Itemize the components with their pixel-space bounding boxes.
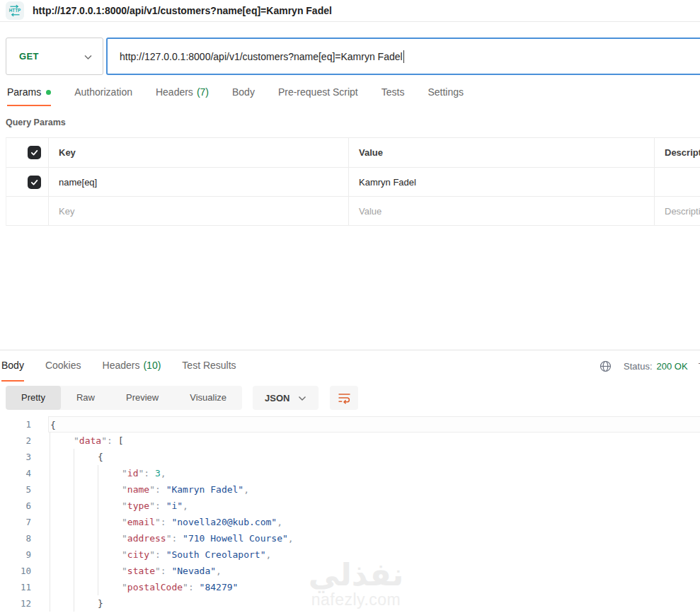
param-checkbox-cell	[6, 197, 49, 225]
indent-guide	[50, 530, 50, 546]
param-checkbox-cell	[6, 168, 49, 196]
tab-label: Headers	[103, 360, 140, 371]
tab-label: Body	[232, 86, 255, 98]
param-key-input[interactable]: Key	[49, 197, 349, 225]
tab-headers[interactable]: Headers(7)	[156, 86, 209, 106]
response-tab-headers[interactable]: Headers(10)	[103, 350, 161, 382]
param-description-cell[interactable]	[655, 168, 700, 196]
code-text: "address": "710 Howell Course",	[48, 530, 294, 546]
line-number: 7	[0, 514, 31, 530]
line-number: 9	[0, 546, 31, 563]
tab-label: Params	[7, 86, 41, 98]
response-tab-test-results[interactable]: Test Results	[182, 350, 236, 382]
indent-guide	[50, 579, 50, 595]
response-tabs: BodyCookiesHeaders(10)Test Results	[1, 350, 236, 382]
response-tab-cookies[interactable]: Cookies	[45, 350, 81, 382]
view-mode-preview[interactable]: Preview	[110, 386, 174, 410]
tab-label: Body	[1, 360, 24, 371]
indent-guide	[98, 481, 98, 498]
tab-label: Authorization	[74, 86, 132, 98]
response-tab-body[interactable]: Body	[1, 350, 24, 382]
code-line-content: "data": [	[48, 432, 700, 449]
indent-guide	[50, 481, 50, 498]
line-number: 5	[0, 481, 31, 498]
indent-guide	[74, 530, 74, 546]
text-cursor	[403, 50, 404, 63]
indent-guide	[74, 579, 74, 595]
view-mode-switch: PrettyRawPreviewVisualize	[6, 386, 242, 410]
globe-icon	[599, 360, 612, 372]
line-number: 1	[0, 416, 31, 432]
params-header-checkbox-cell	[6, 138, 49, 167]
param-value-input[interactable]: Value	[349, 197, 655, 225]
tab-tests[interactable]: Tests	[381, 86, 405, 106]
code-line: 2"data": [	[0, 432, 700, 449]
indent-guide	[50, 449, 50, 465]
code-line: 12}	[0, 595, 700, 612]
line-number: 6	[0, 498, 31, 514]
view-mode-pretty[interactable]: Pretty	[6, 386, 61, 410]
format-label: JSON	[265, 393, 289, 403]
tab-count-badge: (10)	[143, 360, 161, 371]
code-line-content: "address": "710 Howell Course",	[48, 530, 700, 546]
tab-label: Tests	[381, 86, 405, 98]
indent-guide	[98, 465, 98, 481]
tab-params[interactable]: Params	[7, 86, 51, 106]
format-dropdown[interactable]: JSON	[253, 386, 319, 410]
param-description-input[interactable]: Description	[655, 197, 700, 225]
indent-guide	[50, 546, 50, 563]
line-number: 8	[0, 530, 31, 546]
code-line-content: {	[48, 416, 700, 432]
indent-guide	[50, 432, 50, 449]
tab-label: Pre-request Script	[278, 86, 358, 98]
indent-guide	[74, 563, 74, 579]
method-label: GET	[19, 51, 39, 62]
param-value-cell[interactable]: Kamryn Fadel	[349, 168, 655, 196]
code-line-content: }	[48, 595, 700, 612]
line-number: 4	[0, 465, 31, 481]
wrap-lines-button[interactable]	[330, 386, 358, 410]
tab-body[interactable]: Body	[232, 86, 255, 106]
unsaved-params-dot	[46, 90, 51, 95]
request-url-row: GET http://127.0.0.1:8000/api/v1/custome…	[6, 38, 700, 75]
view-mode-visualize[interactable]: Visualize	[174, 386, 242, 410]
response-header: BodyCookiesHeaders(10)Test Results Statu…	[0, 350, 700, 382]
param-key-cell[interactable]: name[eq]	[49, 168, 349, 196]
tab-authorization[interactable]: Authorization	[74, 86, 132, 106]
query-params-table: KeyValueDescriptionname[eq]Kamryn FadelK…	[6, 137, 700, 226]
indent-guide	[74, 449, 74, 465]
code-line: 6"type": "i",	[0, 498, 700, 514]
param-checkbox[interactable]	[28, 146, 41, 159]
code-line: 5"name": "Kamryn Fadel",	[0, 481, 700, 498]
request-tab-title[interactable]: http://127.0.0.1:8000/api/v1/customers?n…	[33, 5, 332, 16]
tab-label: Settings	[428, 86, 464, 98]
indent-guide	[74, 465, 74, 481]
code-line-content: {	[48, 449, 700, 465]
method-dropdown[interactable]: GET	[6, 38, 103, 75]
code-line-content: "postalCode": "84279"	[48, 579, 700, 595]
indent-guide	[74, 498, 74, 514]
indent-guide	[98, 579, 98, 595]
indent-guide	[50, 563, 50, 579]
status-label: Status:	[624, 361, 652, 372]
params-header-row: KeyValueDescription	[6, 138, 700, 168]
view-mode-raw[interactable]: Raw	[61, 386, 110, 410]
indent-guide	[50, 498, 50, 514]
indent-guide	[74, 481, 74, 498]
url-text: http://127.0.0.1:8000/api/v1/customers?n…	[120, 51, 403, 62]
line-number: 12	[0, 595, 31, 612]
url-input[interactable]: http://127.0.0.1:8000/api/v1/customers?n…	[106, 38, 700, 75]
indent-guide	[50, 595, 50, 612]
code-line-content: "city": "South Creolaport",	[48, 546, 700, 563]
code-text: "email": "novella20@kub.com",	[48, 514, 282, 530]
line-number: 10	[0, 563, 31, 579]
tab-settings[interactable]: Settings	[428, 86, 464, 106]
code-text: "type": "i",	[48, 498, 188, 514]
chevron-down-icon	[298, 392, 306, 403]
param-checkbox[interactable]	[28, 176, 41, 189]
code-line-content: "state": "Nevada",	[48, 563, 700, 579]
tab-pre-request-script[interactable]: Pre-request Script	[278, 86, 358, 106]
code-line: 7"email": "novella20@kub.com",	[0, 514, 700, 530]
code-line-content: "name": "Kamryn Fadel",	[48, 481, 700, 498]
param-placeholder-row: KeyValueDescription	[6, 197, 700, 226]
